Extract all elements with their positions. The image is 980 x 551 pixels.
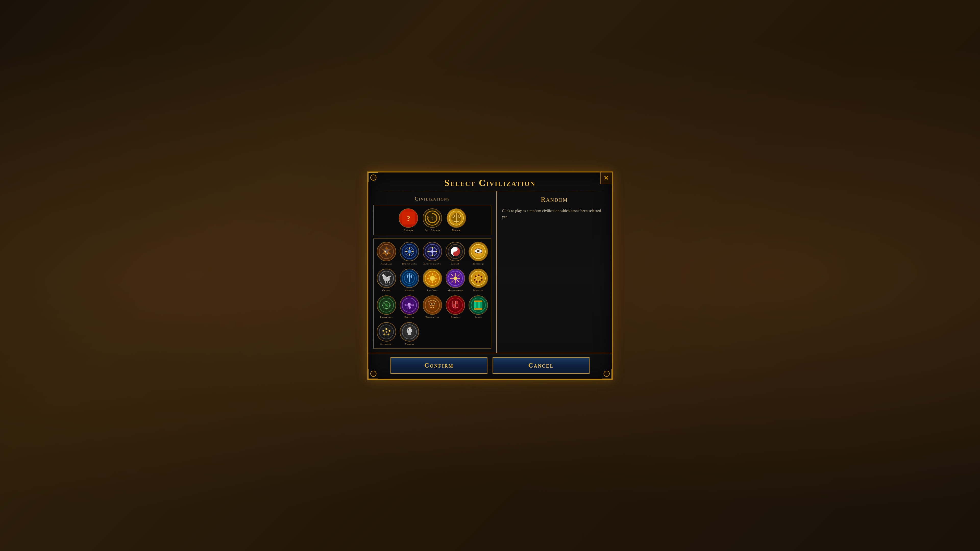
svg-point-99 <box>382 304 383 306</box>
svg-point-90 <box>479 281 480 283</box>
random-label: Random <box>404 229 413 232</box>
greeks-badge <box>377 268 396 288</box>
civ-item-choson[interactable]: Choson <box>445 241 466 266</box>
choson-label: Choson <box>451 262 460 265</box>
svg-point-92 <box>474 279 476 281</box>
svg-point-113 <box>430 303 431 305</box>
egyptians-badge <box>469 242 488 261</box>
svg-point-41 <box>478 251 479 251</box>
svg-point-148 <box>408 330 409 330</box>
assyrians-badge: 🦅 <box>377 242 396 261</box>
svg-point-29 <box>431 247 433 248</box>
palmyrans-badge <box>377 295 396 315</box>
civ-item-sumerians[interactable]: Sumerians <box>375 321 397 346</box>
civ-item-babylonians[interactable]: Babylonians <box>399 241 420 266</box>
svg-point-31 <box>428 251 429 252</box>
babylonians-icon <box>402 244 417 259</box>
full-random-option[interactable]: ? Full Random <box>422 207 443 233</box>
svg-rect-128 <box>474 300 482 302</box>
svg-rect-118 <box>453 301 455 304</box>
random-option[interactable]: ? Random <box>398 207 419 233</box>
sumerians-icon <box>379 324 394 340</box>
svg-point-97 <box>386 301 387 302</box>
greeks-icon <box>379 271 394 286</box>
svg-rect-150 <box>408 333 410 335</box>
phoenicians-icon <box>425 297 440 313</box>
civ-item-hittites[interactable]: Hittites <box>399 268 420 293</box>
svg-text:?: ? <box>431 216 433 221</box>
svg-point-98 <box>386 308 387 309</box>
svg-point-88 <box>480 276 482 278</box>
civ-item-shang[interactable]: Shang <box>468 294 489 320</box>
svg-point-57 <box>409 273 410 275</box>
close-button[interactable]: ✕ <box>600 172 612 184</box>
svg-point-137 <box>386 331 387 333</box>
carthaginians-icon <box>425 244 440 259</box>
carthaginians-label: Carthaginians <box>424 262 441 265</box>
svg-point-86 <box>475 275 476 277</box>
choson-icon <box>448 244 463 259</box>
persians-label: Persians <box>404 316 414 319</box>
mirror-badge <box>447 208 466 228</box>
civ-item-yamato[interactable]: Yamato <box>399 321 420 346</box>
svg-point-28 <box>431 250 434 253</box>
civilizations-panel-title: Civilizations <box>373 195 491 202</box>
mirror-icon <box>449 210 464 226</box>
macedonians-icon <box>448 271 463 286</box>
phoenicians-badge <box>423 295 442 315</box>
civ-item-phoenicians[interactable]: Phoenicians <box>422 294 443 320</box>
civ-item-assyrians[interactable]: 🦅 Assyrians <box>375 241 397 266</box>
romans-label: Romans <box>451 316 460 319</box>
persians-icon <box>402 297 417 313</box>
full-random-badge: ? <box>423 208 442 228</box>
svg-point-32 <box>436 251 437 252</box>
svg-point-36 <box>454 253 456 255</box>
minoans-label: Minoans <box>473 289 484 292</box>
svg-point-19 <box>408 250 410 253</box>
civ-item-greeks[interactable]: Greeks <box>375 268 397 293</box>
palmyrans-icon <box>379 297 394 313</box>
civ-item-egyptians[interactable]: Egyptians <box>468 241 489 266</box>
full-random-label: Full Random <box>425 229 440 232</box>
svg-point-89 <box>481 279 483 281</box>
modal-overlay: ✕ Select Civilization Civilizations ? <box>0 0 980 551</box>
hittites-icon <box>402 271 417 286</box>
svg-rect-129 <box>474 308 482 310</box>
yamato-icon <box>402 324 417 340</box>
civ-item-lac-viet[interactable]: Lac Viet <box>422 268 443 293</box>
svg-point-100 <box>390 304 391 306</box>
civ-item-romans[interactable]: Romans <box>445 294 466 320</box>
full-random-icon: ? <box>425 210 440 226</box>
greeks-label: Greeks <box>382 289 390 292</box>
civ-item-carthaginians[interactable]: Carthaginians <box>422 241 443 266</box>
assyrians-label: Assyrians <box>380 262 392 265</box>
confirm-button[interactable]: Confirm <box>390 357 487 374</box>
lac-viet-icon <box>425 271 440 286</box>
civ-item-palmyrans[interactable]: Palmyrans <box>375 294 397 320</box>
yamato-label: Yamato <box>405 343 414 345</box>
sumerians-badge <box>377 322 396 341</box>
babylonians-label: Babylonians <box>402 262 417 265</box>
svg-point-73 <box>453 276 457 280</box>
svg-point-58 <box>407 275 408 276</box>
info-panel: Random Click to play as a random civiliz… <box>497 191 612 353</box>
shang-badge <box>469 295 488 315</box>
cancel-button[interactable]: Cancel <box>493 357 590 374</box>
random-options-row: ? Random ? <box>373 205 491 235</box>
lac-viet-label: Lac Viet <box>427 289 438 292</box>
civ-item-macedonians[interactable]: Macedonians <box>445 268 466 293</box>
hittites-badge <box>400 268 419 288</box>
civ-item-minoans[interactable]: Minoans <box>468 268 489 293</box>
mirror-option[interactable]: Mirror <box>445 207 467 233</box>
svg-point-62 <box>430 276 435 281</box>
mirror-label: Mirror <box>452 229 460 232</box>
civ-item-persians[interactable]: Persians <box>399 294 420 320</box>
random-icon: ? <box>402 212 415 224</box>
minoans-icon <box>471 271 486 286</box>
svg-point-59 <box>411 275 412 276</box>
info-panel-title: Random <box>502 195 607 203</box>
sumerians-label: Sumerians <box>380 343 393 345</box>
svg-text:🦅: 🦅 <box>383 248 390 254</box>
dialog-title: Select Civilization <box>368 172 612 191</box>
select-civilization-dialog: ✕ Select Civilization Civilizations ? <box>368 171 612 380</box>
